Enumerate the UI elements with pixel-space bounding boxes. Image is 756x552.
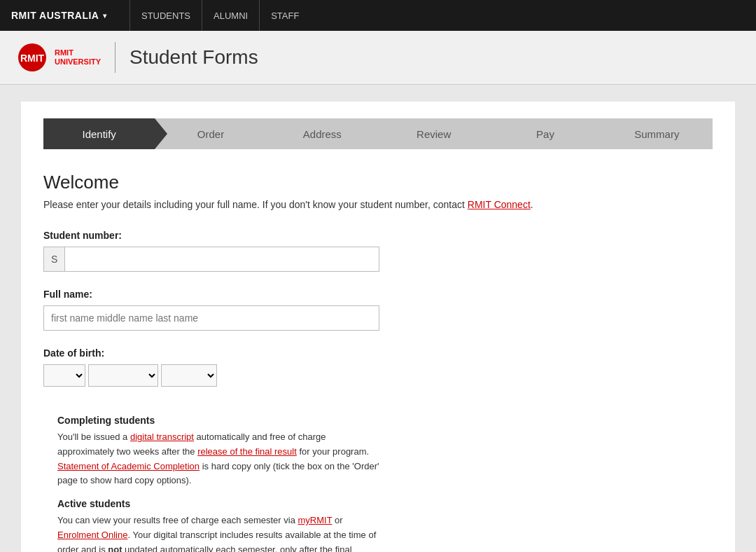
full-name-input[interactable] [43,305,379,331]
nav-links: STUDENTS ALUMNI STAFF [130,0,310,31]
nav-link-alumni[interactable]: ALUMNI [202,0,259,31]
dob-month-select[interactable]: JanuaryFebruaryMarchApril MayJuneJulyAug… [88,364,158,387]
dob-day-select[interactable]: 12345 678910 1112131415 1617181920 21222… [43,364,85,387]
student-number-label: Student number: [43,230,713,241]
dob-label: Date of birth: [43,347,713,359]
dob-year-select[interactable]: 2006200520001999 1995199019851980 197519… [161,364,217,387]
main-wrapper: Identify Order Address Review Pay Summar… [0,85,756,552]
step-address[interactable]: Address [267,118,378,149]
step-summary[interactable]: Summary [601,118,713,149]
digital-transcript-link[interactable]: digital transcript [130,432,194,442]
student-number-field: Student number: S [43,230,713,272]
progress-steps: Identify Order Address Review Pay Summar… [43,118,713,149]
info-box: Completing students You'll be issued a d… [43,403,393,552]
svg-text:RMIT: RMIT [20,53,45,64]
header-divider [115,42,115,73]
student-number-input-wrapper: S [43,247,379,272]
completing-students-title: Completing students [57,415,379,426]
brand-name: RMIT AUSTRALIA [11,10,99,21]
rmit-logo-icon: RMIT [17,42,48,73]
final-result-link[interactable]: release of the final result [197,446,297,457]
student-number-input[interactable] [65,247,379,271]
active-students-text: You can view your results free of charge… [57,513,379,552]
page-title: Student Forms [130,46,258,69]
rmit-connect-link[interactable]: RMIT Connect [468,199,531,210]
dob-selects-row: 12345 678910 1112131415 1617181920 21222… [43,364,713,387]
nav-link-staff[interactable]: STAFF [259,0,310,31]
logo-area: RMIT RMIT UNIVERSITY [17,42,101,73]
full-name-field: Full name: [43,289,713,331]
full-name-label: Full name: [43,289,713,300]
enrolment-online-link[interactable]: Enrolment Online [57,530,127,540]
student-number-prefix: S [44,247,65,271]
myrmit-link[interactable]: myRMIT [298,515,332,525]
page-header: RMIT RMIT UNIVERSITY Student Forms [0,31,756,85]
brand-chevron-icon: ▾ [103,12,107,20]
dob-field: Date of birth: 12345 678910 1112131415 1… [43,347,713,387]
active-students-title: Active students [57,498,379,509]
top-navigation: RMIT AUSTRALIA ▾ STUDENTS ALUMNI STAFF [0,0,756,31]
step-identify[interactable]: Identify [43,118,155,149]
welcome-subtitle: Please enter your details including your… [43,199,713,210]
academic-completion-link[interactable]: Statement of Academic Completion [57,461,200,471]
welcome-heading: Welcome [43,172,713,193]
brand-logo[interactable]: RMIT AUSTRALIA ▾ [11,10,107,21]
nav-link-students[interactable]: STUDENTS [130,0,202,31]
step-pay[interactable]: Pay [489,118,601,149]
logo-text: RMIT UNIVERSITY [55,48,101,67]
completing-students-text: You'll be issued a digital transcript au… [57,430,379,488]
step-order[interactable]: Order [155,118,266,149]
content-card: Identify Order Address Review Pay Summar… [21,102,735,552]
step-review[interactable]: Review [378,118,489,149]
not-bold: not [108,544,122,552]
